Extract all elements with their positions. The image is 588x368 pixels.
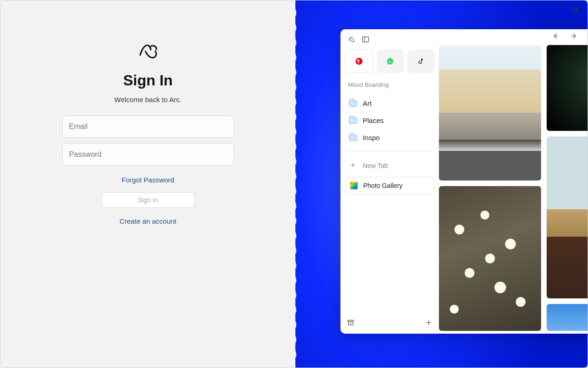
- space-label: Mood Boarding: [345, 81, 434, 88]
- gallery-image[interactable]: [439, 45, 541, 181]
- folder-icon: [349, 100, 357, 107]
- gallery-image[interactable]: [439, 186, 541, 331]
- folder-art[interactable]: Art: [345, 95, 434, 112]
- archive-icon: [347, 319, 354, 326]
- pinterest-icon: [355, 57, 363, 65]
- folder-icon: [349, 117, 357, 124]
- plus-icon: +: [349, 161, 357, 170]
- close-window-button[interactable]: [571, 5, 581, 15]
- email-field[interactable]: [62, 116, 234, 138]
- folder-icon: [349, 135, 357, 141]
- folder-label: Art: [363, 99, 372, 107]
- browser-preview-window: Mood Boarding Art Places Inspo + New Tab…: [340, 29, 588, 334]
- close-icon: [571, 5, 581, 15]
- browser-content: [439, 32, 588, 331]
- folder-places[interactable]: Places: [345, 112, 434, 129]
- torn-edge-decoration: [295, 0, 301, 368]
- new-tab-label: New Tab: [363, 162, 388, 169]
- signin-button[interactable]: Sign In: [102, 192, 195, 208]
- nav-forward-button[interactable]: [571, 32, 578, 41]
- pinned-sites-row: [345, 50, 434, 73]
- sidebar-toggle-icon[interactable]: [362, 36, 369, 45]
- sidebar-divider: [347, 151, 432, 151]
- signin-title: Sign In: [123, 72, 173, 89]
- gallery-image[interactable]: [547, 136, 588, 298]
- browser-sidebar: Mood Boarding Art Places Inspo + New Tab…: [343, 32, 436, 331]
- plus-icon: [425, 319, 432, 326]
- gallery-image[interactable]: [547, 45, 588, 131]
- archive-button[interactable]: [347, 319, 354, 328]
- arrow-left-icon: [552, 32, 559, 39]
- folder-label: Places: [363, 116, 384, 124]
- welcome-text: Welcome back to Arc.: [114, 96, 182, 103]
- tab-photo-gallery[interactable]: Photo Gallery: [345, 177, 434, 194]
- arc-menu-icon[interactable]: [348, 36, 355, 45]
- arc-logo-icon: [137, 41, 159, 62]
- new-tab-button[interactable]: + New Tab: [345, 156, 434, 175]
- preview-pane: Mood Boarding Art Places Inspo + New Tab…: [295, 0, 588, 368]
- svg-rect-4: [348, 320, 353, 322]
- folder-inspo[interactable]: Inspo: [345, 129, 434, 146]
- photo-gallery: [439, 45, 588, 331]
- pinned-site-whatsapp[interactable]: [377, 50, 404, 73]
- forgot-password-link[interactable]: Forgot Password: [122, 176, 174, 184]
- signin-pane: Sign In Welcome back to Arc. Forgot Pass…: [0, 0, 295, 368]
- tab-label: Photo Gallery: [363, 182, 403, 189]
- pinned-site-pinterest[interactable]: [345, 50, 373, 73]
- favicon-icon: [350, 182, 358, 189]
- nav-back-button[interactable]: [552, 32, 559, 41]
- arrow-right-icon: [571, 32, 578, 39]
- folder-label: Inspo: [363, 134, 380, 142]
- whatsapp-icon: [386, 57, 394, 65]
- add-button[interactable]: [425, 319, 432, 328]
- create-account-link[interactable]: Create an account: [119, 217, 176, 225]
- gallery-image[interactable]: [547, 304, 588, 331]
- svg-point-2: [356, 58, 363, 65]
- svg-rect-0: [363, 37, 369, 42]
- pinned-site-tiktok[interactable]: [407, 50, 434, 73]
- tiktok-icon: [417, 57, 425, 65]
- password-field[interactable]: [62, 143, 234, 166]
